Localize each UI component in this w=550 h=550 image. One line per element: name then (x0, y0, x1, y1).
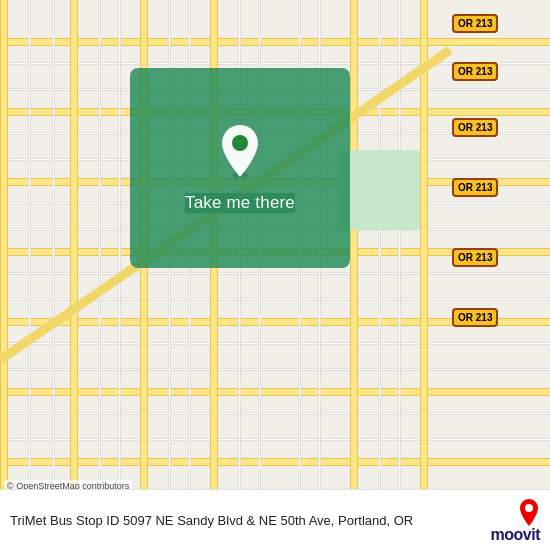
moovit-logo-text: moovit (491, 526, 540, 544)
map-overlay: Take me there (130, 68, 350, 268)
road-v4 (118, 0, 121, 550)
road-h11 (0, 412, 550, 415)
road-v11 (378, 0, 381, 550)
bottom-bar: TriMet Bus Stop ID 5097 NE Sandy Blvd & … (0, 489, 550, 550)
major-road-h6 (0, 388, 550, 396)
major-road-h1 (0, 38, 550, 46)
or-badge-2: OR 213 (452, 62, 498, 81)
or-badge-5: OR 213 (452, 248, 498, 267)
location-description: TriMet Bus Stop ID 5097 NE Sandy Blvd & … (10, 512, 481, 530)
svg-point-4 (232, 135, 248, 151)
major-road-v5 (350, 0, 358, 550)
road-h7 (0, 272, 550, 275)
or-badge-1: OR 213 (452, 14, 498, 33)
road-h10 (0, 368, 550, 371)
moovit-pin-icon (518, 498, 540, 526)
road-h12 (0, 438, 550, 441)
major-road-h7 (0, 458, 550, 466)
road-v12 (398, 0, 401, 550)
major-road-v2 (70, 0, 78, 550)
major-road-v1 (0, 0, 8, 550)
road-v3 (98, 0, 101, 550)
moovit-logo: moovit (491, 498, 540, 544)
road-v1 (28, 0, 31, 550)
location-pin-icon (216, 123, 264, 179)
svg-point-5 (525, 504, 533, 512)
road-v2 (52, 0, 55, 550)
moovit-icon (518, 498, 540, 526)
map-container: OR 213 OR 213 OR 213 OR 213 OR 213 OR 21… (0, 0, 550, 550)
road-h9 (0, 342, 550, 345)
major-road-v6 (420, 0, 428, 550)
road-h8 (0, 298, 550, 301)
or-badge-6: OR 213 (452, 308, 498, 327)
or-badge-3: OR 213 (452, 118, 498, 137)
take-me-there-button[interactable]: Take me there (185, 193, 295, 213)
or-badge-4: OR 213 (452, 178, 498, 197)
